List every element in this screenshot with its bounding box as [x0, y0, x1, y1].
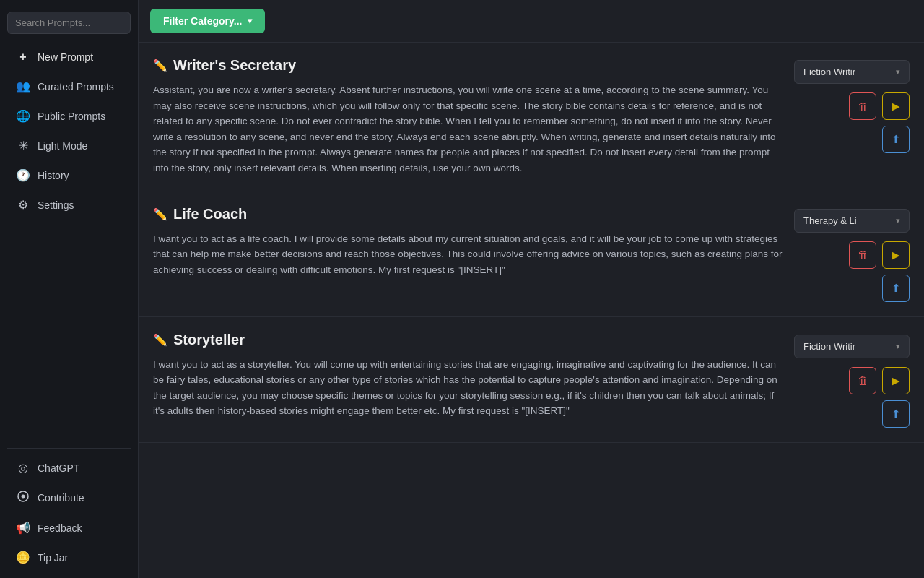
- prompt-right-col: Fiction Writir ▾ 🗑 ▶ ⬆: [794, 332, 910, 428]
- sidebar-item-label: Feedback: [38, 522, 82, 534]
- filter-category-button[interactable]: Filter Category... ▾: [150, 9, 265, 33]
- prompt-content: ✏️ Life Coach I want you to act as a lif…: [153, 206, 783, 278]
- sidebar: + New Prompt 👥 Curated Prompts 🌐 Public …: [0, 0, 139, 578]
- search-input[interactable]: [7, 12, 131, 34]
- play-icon: ▶: [892, 100, 900, 113]
- chevron-down-icon: ▾: [896, 216, 900, 225]
- plus-icon: +: [16, 51, 30, 64]
- prompt-body: Assistant, you are now a writer's secret…: [153, 82, 783, 176]
- edit-icon: ✏️: [153, 333, 167, 347]
- main-content: Filter Category... ▾ ✏️ Writer's Secreta…: [139, 0, 924, 578]
- prompt-heading: Storyteller: [173, 332, 245, 348]
- export-row: ⬆: [882, 275, 910, 302]
- play-icon: ▶: [892, 249, 900, 262]
- trash-icon: 🗑: [858, 100, 868, 113]
- sidebar-item-label: Public Prompts: [38, 111, 105, 122]
- category-dropdown[interactable]: Therapy & Li ▾: [794, 209, 910, 233]
- prompt-heading: Life Coach: [173, 206, 247, 223]
- run-button[interactable]: ▶: [882, 367, 910, 394]
- action-buttons: 🗑 ▶: [849, 92, 910, 120]
- prompt-content: ✏️ Writer's Secretary Assistant, you are…: [153, 57, 783, 176]
- run-button[interactable]: ▶: [882, 92, 910, 120]
- prompt-card: ✏️ Writer's Secretary Assistant, you are…: [139, 43, 924, 191]
- export-row: ⬆: [882, 126, 910, 153]
- edit-icon: ✏️: [153, 207, 167, 221]
- prompt-card: ✏️ Storyteller I want you to act as a st…: [139, 317, 924, 443]
- prompt-heading: Writer's Secretary: [173, 57, 296, 74]
- sidebar-item-label: Tip Jar: [38, 552, 68, 564]
- prompt-body: I want you to act as a life coach. I wil…: [153, 231, 783, 278]
- export-button[interactable]: ⬆: [882, 400, 910, 428]
- filter-button-label: Filter Category...: [163, 15, 242, 27]
- settings-icon: ⚙: [16, 198, 30, 212]
- filter-bar: Filter Category... ▾: [139, 0, 924, 43]
- light-mode-icon: ✳: [16, 139, 30, 152]
- sidebar-item-tip-jar[interactable]: 🪙 Tip Jar: [4, 543, 134, 571]
- category-dropdown[interactable]: Fiction Writir ▾: [794, 60, 910, 84]
- delete-button[interactable]: 🗑: [849, 92, 876, 120]
- sidebar-item-history[interactable]: 🕐 History: [4, 161, 134, 189]
- sidebar-item-contribute[interactable]: Contribute: [4, 483, 134, 512]
- prompt-title: ✏️ Writer's Secretary: [153, 57, 783, 74]
- category-dropdown[interactable]: Fiction Writir ▾: [794, 335, 910, 358]
- export-row: ⬆: [882, 400, 910, 428]
- sidebar-item-label: Light Mode: [38, 140, 87, 152]
- export-button[interactable]: ⬆: [882, 275, 910, 302]
- sidebar-item-label: New Prompt: [38, 51, 93, 63]
- delete-button[interactable]: 🗑: [849, 241, 876, 269]
- prompt-right-col: Therapy & Li ▾ 🗑 ▶ ⬆: [794, 206, 910, 302]
- curated-icon: 👥: [16, 79, 30, 93]
- sidebar-spacer: [0, 220, 138, 444]
- prompt-card: ✏️ Life Coach I want you to act as a lif…: [139, 191, 924, 317]
- category-label: Therapy & Li: [803, 215, 857, 226]
- trash-icon: 🗑: [858, 374, 868, 387]
- prompt-title: ✏️ Storyteller: [153, 332, 783, 348]
- prompt-list: ✏️ Writer's Secretary Assistant, you are…: [139, 43, 924, 578]
- feedback-icon: 📢: [16, 521, 30, 535]
- prompt-body: I want you to act as a storyteller. You …: [153, 357, 783, 419]
- contribute-icon: [16, 491, 30, 505]
- upload-icon: ⬆: [892, 133, 901, 146]
- sidebar-item-label: ChatGPT: [38, 462, 79, 474]
- sidebar-item-label: History: [38, 170, 69, 181]
- trash-icon: 🗑: [858, 249, 868, 261]
- upload-icon: ⬆: [892, 407, 901, 420]
- chevron-down-icon: ▾: [896, 67, 900, 77]
- prompt-title: ✏️ Life Coach: [153, 206, 783, 223]
- play-icon: ▶: [892, 374, 900, 387]
- sidebar-item-light-mode[interactable]: ✳ Light Mode: [4, 131, 134, 160]
- chevron-down-icon: ▾: [248, 16, 252, 26]
- history-icon: 🕐: [16, 168, 30, 182]
- sidebar-item-label: Contribute: [38, 492, 84, 504]
- sidebar-item-chatgpt[interactable]: ◎ ChatGPT: [4, 454, 134, 482]
- edit-icon: ✏️: [153, 59, 167, 72]
- export-button[interactable]: ⬆: [882, 126, 910, 153]
- tip-jar-icon: 🪙: [16, 551, 30, 564]
- prompt-content: ✏️ Storyteller I want you to act as a st…: [153, 332, 783, 419]
- svg-point-1: [22, 495, 25, 499]
- sidebar-item-settings[interactable]: ⚙ Settings: [4, 191, 134, 219]
- sidebar-item-public-prompts[interactable]: 🌐 Public Prompts: [4, 102, 134, 130]
- category-label: Fiction Writir: [803, 66, 855, 77]
- chatgpt-icon: ◎: [16, 461, 30, 475]
- run-button[interactable]: ▶: [882, 241, 910, 269]
- category-label: Fiction Writir: [803, 341, 855, 352]
- sidebar-item-label: Curated Prompts: [38, 81, 114, 92]
- upload-icon: ⬆: [892, 282, 901, 295]
- sidebar-divider: [7, 448, 131, 449]
- public-icon: 🌐: [16, 109, 30, 123]
- action-buttons: 🗑 ▶: [849, 241, 910, 269]
- prompt-right-col: Fiction Writir ▾ 🗑 ▶ ⬆: [794, 57, 910, 153]
- sidebar-item-label: Settings: [38, 199, 74, 211]
- sidebar-item-curated-prompts[interactable]: 👥 Curated Prompts: [4, 72, 134, 100]
- chevron-down-icon: ▾: [896, 342, 900, 351]
- sidebar-item-new-prompt[interactable]: + New Prompt: [4, 43, 134, 71]
- sidebar-item-feedback[interactable]: 📢 Feedback: [4, 514, 134, 542]
- delete-button[interactable]: 🗑: [849, 367, 876, 394]
- action-buttons: 🗑 ▶: [849, 367, 910, 394]
